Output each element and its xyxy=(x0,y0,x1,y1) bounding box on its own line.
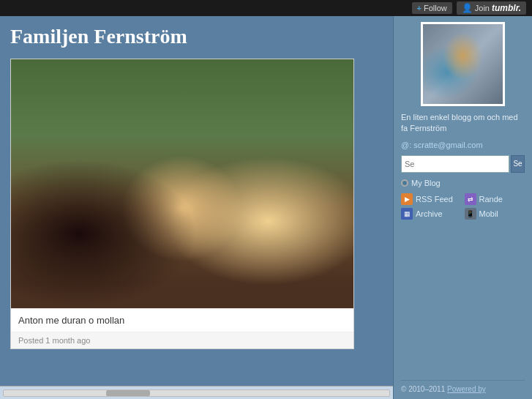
rss-feed-link[interactable]: ▶ RSS Feed xyxy=(401,193,462,205)
content-area: Familjen Fernström Anton me duran o moll… xyxy=(0,16,393,386)
search-form: Se xyxy=(401,155,525,173)
sidebar-links: ▶ RSS Feed ⇄ Rande ▦ Archive 📱 Mobil xyxy=(401,193,525,220)
plus-icon: + xyxy=(417,4,422,12)
follow-label: Follow xyxy=(424,4,447,12)
rss-icon: ▶ xyxy=(401,193,413,205)
radio-selected-icon xyxy=(401,179,408,187)
sidebar-description: En liten enkel blogg om och med fa Ferns… xyxy=(401,112,525,135)
join-label: Join xyxy=(475,4,490,12)
mobile-label: Mobil xyxy=(479,209,498,218)
post-footer: Posted 1 month ago xyxy=(11,332,353,348)
random-icon: ⇄ xyxy=(465,193,476,205)
blog-title: Familjen Fernström xyxy=(10,25,383,48)
post-caption: Anton me duran o mollan xyxy=(11,308,353,332)
mobile-link[interactable]: 📱 Mobil xyxy=(465,208,525,220)
mobile-icon: 📱 xyxy=(465,208,476,220)
topbar: + Follow 👤 Join tumblr. xyxy=(0,0,532,16)
join-button[interactable]: 👤 Join tumblr. xyxy=(457,1,526,15)
content-column: Familjen Fernström Anton me duran o moll… xyxy=(0,16,393,399)
user-icon: 👤 xyxy=(462,3,473,13)
random-label: Rande xyxy=(479,195,503,204)
rss-label: RSS Feed xyxy=(416,195,453,204)
follow-button[interactable]: + Follow xyxy=(412,2,452,14)
post-image-container xyxy=(11,59,353,308)
search-button[interactable]: Se xyxy=(511,155,525,173)
post-photo xyxy=(11,59,353,308)
archive-link[interactable]: ▦ Archive xyxy=(401,208,462,220)
copyright-text: © 2010–2011 xyxy=(401,385,445,393)
myblog-label: My Blog xyxy=(411,179,441,187)
post-card: Anton me duran o mollan Posted 1 month a… xyxy=(10,59,354,349)
main-wrapper: Familjen Fernström Anton me duran o moll… xyxy=(0,16,532,399)
archive-label: Archive xyxy=(416,209,443,218)
sidebar-footer: © 2010–2011 Powered by xyxy=(401,380,525,393)
search-input[interactable] xyxy=(401,155,509,173)
scrollbar-thumb[interactable] xyxy=(106,390,150,396)
sidebar-email: @: scratte@gmail.com xyxy=(401,141,525,149)
powered-by-link[interactable]: Powered by xyxy=(447,385,486,393)
scrollbar-track[interactable] xyxy=(3,389,390,397)
archive-icon: ▦ xyxy=(401,208,413,220)
avatar xyxy=(421,22,505,106)
sidebar: En liten enkel blogg om och med fa Ferns… xyxy=(393,16,532,399)
myblog-toggle[interactable]: My Blog xyxy=(401,179,525,187)
tumblr-logo: tumblr. xyxy=(492,3,521,13)
horizontal-scrollbar[interactable] xyxy=(0,386,393,399)
random-link[interactable]: ⇄ Rande xyxy=(465,193,525,205)
